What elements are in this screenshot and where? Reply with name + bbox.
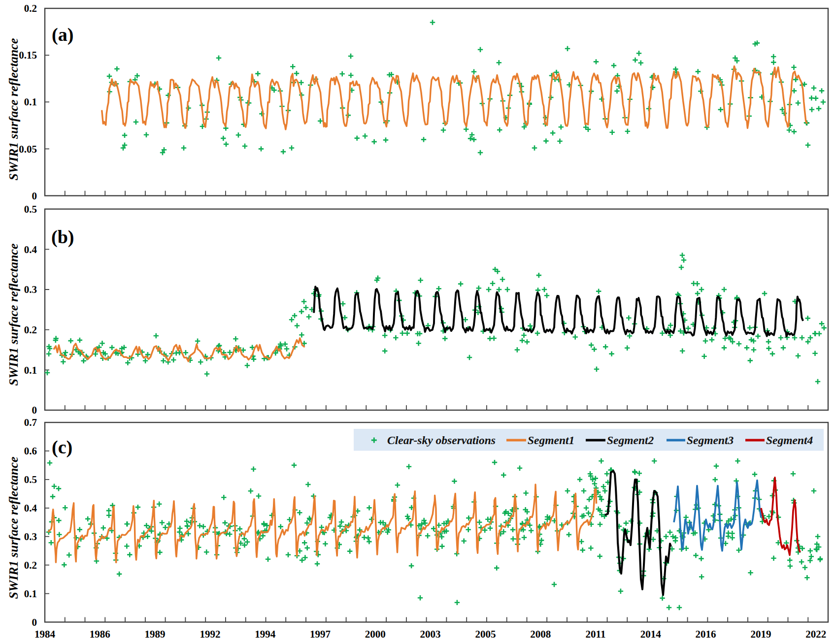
svg-text:2003: 2003	[420, 628, 441, 640]
svg-text:0.15: 0.15	[19, 49, 37, 61]
svg-text:1997: 1997	[310, 628, 331, 640]
svg-text:0: 0	[32, 404, 37, 416]
svg-text:(b): (b)	[51, 226, 74, 248]
svg-text:2011: 2011	[586, 628, 606, 640]
svg-text:1984: 1984	[34, 628, 56, 640]
svg-text:0.7: 0.7	[24, 417, 37, 428]
svg-text:Segment4: Segment4	[766, 434, 813, 447]
svg-text:2008: 2008	[530, 628, 551, 640]
svg-text:SWIR1 surface reflectance: SWIR1 surface reflectance	[6, 38, 21, 181]
svg-text:0.4: 0.4	[24, 502, 37, 514]
svg-text:2005: 2005	[475, 628, 496, 640]
svg-text:Clear-sky observations: Clear-sky observations	[387, 434, 496, 447]
svg-text:0.3: 0.3	[24, 531, 37, 543]
svg-text:SWIR1 surface reflectance: SWIR1 surface reflectance	[6, 457, 21, 599]
svg-text:2000: 2000	[365, 628, 386, 640]
svg-text:2014: 2014	[640, 628, 662, 640]
svg-text:1994: 1994	[255, 628, 276, 640]
svg-text:0.1: 0.1	[24, 364, 37, 376]
svg-text:(a): (a)	[52, 24, 73, 45]
svg-text:0.4: 0.4	[24, 244, 37, 256]
svg-text:2016: 2016	[696, 628, 716, 640]
svg-text:Segment3: Segment3	[687, 434, 734, 447]
svg-text:0.2: 0.2	[24, 324, 37, 336]
svg-text:0.05: 0.05	[19, 143, 37, 155]
svg-text:0.5: 0.5	[24, 203, 37, 215]
svg-text:2019: 2019	[750, 628, 771, 640]
svg-text:0.1: 0.1	[24, 96, 37, 108]
svg-text:0: 0	[32, 616, 37, 628]
svg-text:0.1: 0.1	[24, 588, 37, 600]
svg-text:0.6: 0.6	[24, 445, 37, 457]
svg-text:1989: 1989	[145, 628, 166, 640]
svg-text:(c): (c)	[52, 437, 72, 458]
svg-text:0.3: 0.3	[24, 284, 37, 295]
svg-text:SWIR1 surface reflectance: SWIR1 surface reflectance	[6, 244, 21, 386]
svg-text:0.2: 0.2	[24, 2, 37, 14]
svg-text:2022: 2022	[805, 628, 826, 640]
svg-text:1986: 1986	[90, 628, 110, 640]
svg-text:Segment1: Segment1	[528, 434, 574, 447]
svg-text:0.2: 0.2	[24, 559, 37, 571]
svg-text:Segment2: Segment2	[607, 434, 654, 447]
svg-text:0.5: 0.5	[24, 474, 37, 485]
svg-text:1992: 1992	[200, 628, 220, 640]
svg-text:0: 0	[32, 190, 37, 202]
